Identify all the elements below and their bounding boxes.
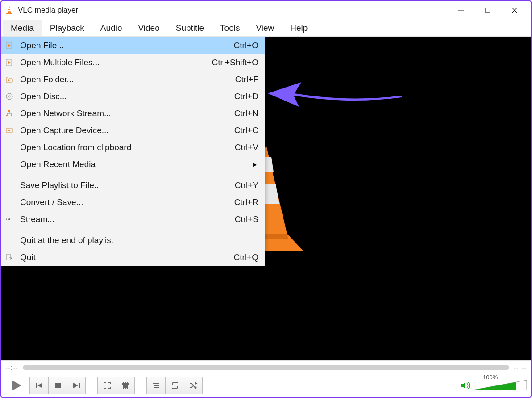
- svg-rect-1: [8, 8, 11, 9]
- svg-marker-0: [8, 6, 11, 13]
- menu-shortcut: Ctrl+R: [234, 197, 258, 207]
- menu-label: Open Network Stream...: [17, 109, 234, 118]
- capture-icon: [1, 126, 17, 134]
- network-icon: [1, 109, 17, 117]
- menu-view[interactable]: View: [248, 20, 282, 36]
- menu-open-capture-device[interactable]: Open Capture Device... Ctrl+C: [1, 122, 265, 139]
- extended-settings-button[interactable]: [116, 377, 135, 394]
- time-elapsed: --:--: [5, 364, 18, 371]
- menu-open-location-clipboard[interactable]: Open Location from clipboard Ctrl+V: [1, 139, 265, 156]
- menu-open-multiple-files[interactable]: Open Multiple Files... Ctrl+Shift+O: [1, 54, 265, 71]
- folder-play-icon: [1, 75, 17, 84]
- menu-shortcut: Ctrl+N: [234, 109, 258, 118]
- menu-shortcut: Ctrl+C: [234, 126, 258, 135]
- quit-icon: [1, 253, 17, 261]
- menu-separator: [17, 230, 262, 230]
- menu-convert-save[interactable]: Convert / Save... Ctrl+R: [1, 194, 265, 211]
- playlist-group: [146, 377, 203, 394]
- svg-marker-9: [8, 44, 11, 47]
- volume-slider[interactable]: [473, 379, 527, 392]
- menu-quit-end-playlist[interactable]: Quit at the end of playlist: [1, 232, 265, 249]
- svg-rect-17: [11, 115, 12, 116]
- svg-rect-2: [8, 10, 11, 11]
- svg-marker-11: [8, 61, 11, 64]
- seek-slider[interactable]: [23, 365, 509, 370]
- menu-shortcut: Ctrl+Shift+O: [212, 58, 258, 67]
- window-title: VLC media player: [18, 6, 448, 15]
- playback-nav-group: [29, 377, 86, 394]
- shuffle-button[interactable]: [184, 377, 203, 394]
- menu-label: Open Folder...: [17, 75, 235, 84]
- menu-open-recent-media[interactable]: Open Recent Media ▶: [1, 156, 265, 173]
- play-button[interactable]: [5, 376, 27, 395]
- menu-open-folder[interactable]: Open Folder... Ctrl+F: [1, 71, 265, 88]
- close-button[interactable]: [502, 1, 528, 20]
- stop-button[interactable]: [48, 377, 67, 394]
- svg-marker-27: [12, 380, 21, 391]
- maximize-button[interactable]: [475, 1, 501, 20]
- playlist-button[interactable]: [146, 377, 165, 394]
- menu-playback[interactable]: Playback: [42, 20, 92, 36]
- menu-shortcut: Ctrl+D: [234, 92, 258, 101]
- menu-video[interactable]: Video: [130, 20, 167, 36]
- speaker-icon[interactable]: [461, 381, 470, 390]
- menu-shortcut: Ctrl+O: [234, 41, 258, 50]
- view-group: [97, 377, 135, 394]
- file-play-icon: [1, 42, 17, 50]
- menu-label: Open Location from clipboard: [17, 142, 235, 152]
- menu-label: Save Playlist to File...: [17, 180, 235, 190]
- window-controls: [448, 1, 528, 20]
- svg-rect-15: [8, 110, 10, 112]
- svg-point-13: [6, 93, 12, 100]
- player-controls: --:-- --:--: [1, 360, 531, 397]
- submenu-arrow-icon: ▶: [253, 162, 258, 168]
- annotation-arrow: [268, 78, 402, 111]
- svg-point-20: [8, 218, 10, 220]
- titlebar: VLC media player: [1, 1, 531, 20]
- menu-label: Stream...: [17, 214, 235, 224]
- fullscreen-button[interactable]: [97, 377, 116, 394]
- media-dropdown: Open File... Ctrl+O Open Multiple Files.…: [1, 37, 265, 266]
- menu-tools[interactable]: Tools: [212, 20, 248, 36]
- menu-open-file[interactable]: Open File... Ctrl+O: [1, 37, 265, 54]
- menu-subtitle[interactable]: Subtitle: [168, 20, 212, 36]
- buttons-row: 100%: [1, 374, 531, 397]
- svg-rect-16: [6, 115, 8, 116]
- svg-rect-28: [36, 383, 37, 388]
- menu-quit[interactable]: Quit Ctrl+Q: [1, 249, 265, 266]
- svg-rect-36: [122, 384, 124, 385]
- menu-open-network-stream[interactable]: Open Network Stream... Ctrl+N: [1, 105, 265, 122]
- menu-label: Convert / Save...: [17, 197, 234, 207]
- next-button[interactable]: [67, 377, 86, 394]
- svg-rect-32: [79, 383, 80, 388]
- minimize-button[interactable]: [448, 1, 474, 20]
- menu-label: Open Capture Device...: [17, 126, 234, 135]
- menu-separator: [17, 175, 262, 175]
- menu-media[interactable]: Media: [3, 20, 42, 36]
- seek-row: --:-- --:--: [1, 361, 531, 374]
- menu-label: Open File...: [17, 41, 234, 50]
- svg-marker-43: [461, 382, 466, 389]
- time-total: --:--: [514, 364, 527, 371]
- menu-stream[interactable]: Stream... Ctrl+S: [1, 211, 265, 228]
- svg-rect-38: [127, 383, 129, 385]
- svg-rect-3: [6, 13, 12, 14]
- menu-label: Quit at the end of playlist: [17, 235, 258, 245]
- svg-marker-31: [73, 383, 78, 388]
- video-area[interactable]: Open File... Ctrl+O Open Multiple Files.…: [1, 37, 531, 360]
- menu-shortcut: Ctrl+Q: [234, 252, 258, 262]
- stream-icon: [1, 215, 17, 223]
- loop-button[interactable]: [165, 377, 184, 394]
- file-play-icon: [1, 59, 17, 67]
- previous-button[interactable]: [29, 377, 48, 394]
- menu-help[interactable]: Help: [282, 20, 316, 36]
- svg-point-14: [8, 96, 10, 97]
- menu-shortcut: Ctrl+V: [235, 142, 258, 152]
- svg-rect-30: [55, 383, 61, 388]
- menu-audio[interactable]: Audio: [92, 20, 130, 36]
- menu-save-playlist[interactable]: Save Playlist to File... Ctrl+Y: [1, 177, 265, 194]
- svg-rect-5: [486, 8, 490, 13]
- menu-open-disc[interactable]: Open Disc... Ctrl+D: [1, 88, 265, 105]
- menu-label: Quit: [17, 252, 234, 262]
- menu-shortcut: Ctrl+S: [235, 214, 258, 224]
